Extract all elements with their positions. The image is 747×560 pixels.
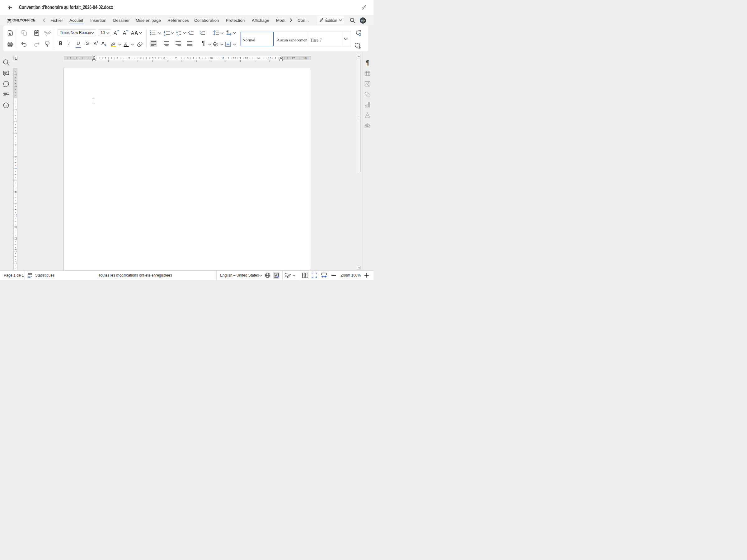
svg-text:2: 2 [70,56,71,59]
svg-text:1: 1 [14,109,17,111]
svg-text:13: 13 [244,56,248,59]
svg-text:3: 3 [128,56,130,59]
svg-text:10: 10 [14,214,17,217]
svg-text:11: 11 [221,56,225,59]
svg-text:17: 17 [292,56,295,59]
svg-text:8: 8 [187,56,188,59]
svg-text:5: 5 [152,56,153,59]
svg-text:2: 2 [117,56,118,59]
svg-text:1: 1 [14,85,17,87]
svg-text:3: 3 [14,133,17,134]
svg-text:A: A [177,33,179,36]
svg-text:A: A [131,30,134,36]
svg-text:6: 6 [163,56,165,59]
svg-text:18: 18 [303,56,307,59]
svg-text:7: 7 [14,180,17,181]
svg-text:6: 6 [14,168,17,169]
svg-text:¶: ¶ [226,29,229,34]
svg-text:12: 12 [27,275,30,278]
svg-text:14: 14 [256,56,260,59]
svg-text:1: 1 [164,30,165,33]
svg-text:10: 10 [209,56,213,59]
svg-text:1: 1 [81,56,83,59]
svg-text:5: 5 [14,156,17,157]
svg-text:1: 1 [105,56,106,59]
svg-text:9: 9 [199,56,200,59]
svg-text:1: 1 [176,30,178,33]
svg-text:7: 7 [175,56,177,59]
svg-text:4: 4 [140,56,141,59]
svg-text:13: 13 [14,249,17,252]
svg-text:2: 2 [14,121,17,122]
svg-text:A: A [275,273,277,277]
svg-text:A: A [123,30,126,36]
svg-text:A: A [113,30,117,36]
svg-text:14: 14 [14,261,17,264]
svg-text:4: 4 [14,144,17,146]
svg-text:15: 15 [268,56,272,59]
svg-text:A: A [134,30,138,36]
svg-text:2: 2 [164,33,165,36]
svg-text:A: A [124,42,127,47]
svg-text:11: 11 [14,225,17,229]
svg-text:12: 12 [233,56,236,59]
svg-text:9: 9 [14,203,17,205]
svg-text:12: 12 [14,237,17,240]
svg-text:8: 8 [14,191,17,193]
svg-text:2: 2 [14,74,17,76]
